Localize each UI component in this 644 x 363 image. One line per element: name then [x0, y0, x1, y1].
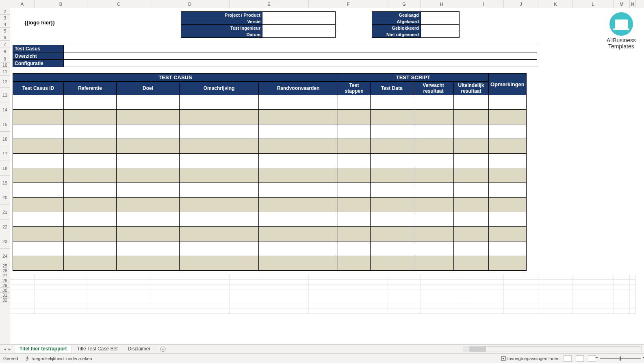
table-cell[interactable] — [371, 154, 413, 168]
table-cell[interactable] — [489, 212, 527, 227]
table-cell[interactable] — [413, 154, 454, 168]
section-value-cell[interactable] — [64, 45, 537, 52]
table-cell[interactable] — [489, 139, 527, 154]
row-header-6[interactable]: 6 — [0, 34, 10, 41]
table-cell[interactable] — [13, 212, 64, 227]
row-header-30[interactable]: 30 — [0, 288, 10, 293]
table-cell[interactable] — [371, 227, 413, 241]
table-cell[interactable] — [338, 212, 371, 227]
table-cell[interactable] — [454, 168, 489, 183]
table-cell[interactable] — [259, 110, 338, 124]
column-header-D[interactable]: D — [150, 0, 230, 8]
table-cell[interactable] — [371, 110, 413, 124]
table-cell[interactable] — [338, 183, 371, 198]
row-headers[interactable]: 2345678910111213141516171819202122232425… — [0, 8, 10, 363]
row-header-24[interactable]: 24 — [0, 249, 10, 263]
table-cell[interactable] — [338, 154, 371, 168]
row-header-25[interactable]: 25 — [0, 263, 10, 268]
table-cell[interactable] — [64, 124, 117, 139]
table-cell[interactable] — [454, 95, 489, 110]
table-cell[interactable] — [13, 198, 64, 212]
table-cell[interactable] — [259, 154, 338, 168]
row-header-4[interactable]: 4 — [0, 21, 10, 28]
view-normal-button[interactable] — [564, 355, 572, 362]
accessibility-status[interactable]: Toegankelijkheid: onderzoeken — [25, 356, 92, 361]
table-cell[interactable] — [64, 95, 117, 110]
table-cell[interactable] — [489, 95, 527, 110]
row-header-21[interactable]: 21 — [0, 205, 10, 220]
column-header-E[interactable]: E — [230, 0, 309, 8]
column-header-M[interactable]: M — [614, 0, 630, 8]
table-cell[interactable] — [338, 110, 371, 124]
meta-value-cell[interactable] — [262, 25, 336, 31]
table-cell[interactable] — [259, 227, 338, 241]
table-cell[interactable] — [259, 168, 338, 183]
table-cell[interactable] — [489, 241, 527, 256]
table-cell[interactable] — [413, 183, 454, 198]
table-cell[interactable] — [489, 256, 527, 271]
meta-value-cell[interactable] — [421, 25, 460, 31]
table-cell[interactable] — [259, 241, 338, 256]
row-header-13[interactable]: 13 — [0, 88, 10, 102]
table-cell[interactable] — [13, 168, 64, 183]
sheet-tab[interactable]: Titel hier testrapport — [15, 345, 72, 354]
table-cell[interactable] — [371, 95, 413, 110]
row-header-16[interactable]: 16 — [0, 132, 10, 146]
tab-nav[interactable]: ◂ ▸ — [0, 347, 15, 351]
table-cell[interactable] — [371, 183, 413, 198]
table-cell[interactable] — [13, 256, 64, 271]
table-cell[interactable] — [338, 95, 371, 110]
table-cell[interactable] — [259, 256, 338, 271]
row-header-29[interactable]: 29 — [0, 283, 10, 288]
table-cell[interactable] — [13, 110, 64, 124]
table-cell[interactable] — [117, 212, 180, 227]
table-cell[interactable] — [180, 139, 259, 154]
row-header-11[interactable]: 11 — [0, 67, 10, 76]
row-header-22[interactable]: 22 — [0, 220, 10, 234]
table-cell[interactable] — [13, 227, 64, 241]
table-cell[interactable] — [64, 212, 117, 227]
row-header-2[interactable]: 2 — [0, 8, 10, 15]
table-cell[interactable] — [413, 168, 454, 183]
table-cell[interactable] — [489, 154, 527, 168]
row-header-12[interactable]: 12 — [0, 76, 10, 88]
table-cell[interactable] — [117, 154, 180, 168]
column-header-F[interactable]: F — [309, 0, 388, 8]
table-cell[interactable] — [371, 198, 413, 212]
table-cell[interactable] — [371, 212, 413, 227]
row-header-27[interactable]: 27 — [0, 273, 10, 278]
tab-last-icon[interactable]: ▸ — [9, 347, 11, 351]
table-cell[interactable] — [117, 183, 180, 198]
tab-first-icon[interactable]: ◂ — [4, 347, 6, 351]
table-cell[interactable] — [13, 139, 64, 154]
table-cell[interactable] — [454, 256, 489, 271]
table-cell[interactable] — [180, 95, 259, 110]
row-header-7[interactable]: 7 — [0, 41, 10, 48]
table-cell[interactable] — [413, 110, 454, 124]
column-header-I[interactable]: I — [463, 0, 504, 8]
column-header-B[interactable]: B — [35, 0, 87, 8]
table-cell[interactable] — [180, 110, 259, 124]
table-cell[interactable] — [489, 124, 527, 139]
table-cell[interactable] — [117, 227, 180, 241]
table-cell[interactable] — [117, 256, 180, 271]
table-cell[interactable] — [454, 198, 489, 212]
section-value-cell[interactable] — [64, 52, 537, 60]
table-cell[interactable] — [13, 241, 64, 256]
table-cell[interactable] — [180, 241, 259, 256]
table-cell[interactable] — [338, 256, 371, 271]
table-cell[interactable] — [180, 212, 259, 227]
table-cell[interactable] — [64, 154, 117, 168]
table-cell[interactable] — [413, 198, 454, 212]
table-cell[interactable] — [489, 110, 527, 124]
horizontal-scrollbar[interactable]: ⋮ — [463, 346, 642, 352]
row-header-3[interactable]: 3 — [0, 15, 10, 21]
table-cell[interactable] — [338, 168, 371, 183]
table-cell[interactable] — [180, 256, 259, 271]
table-cell[interactable] — [489, 227, 527, 241]
table-cell[interactable] — [180, 227, 259, 241]
table-cell[interactable] — [259, 212, 338, 227]
table-cell[interactable] — [489, 183, 527, 198]
row-header-10[interactable]: 10 — [0, 63, 10, 67]
table-cell[interactable] — [413, 124, 454, 139]
